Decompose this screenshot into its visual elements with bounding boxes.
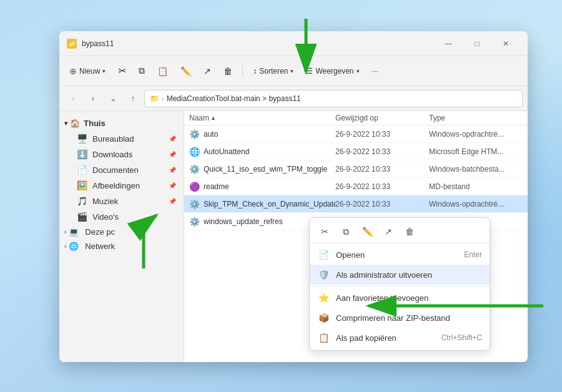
file-row-quick[interactable]: ⚙️ Quick_11_iso_esd_wim_TPM_toggle 26-9-…: [184, 160, 528, 178]
home-icon: 🏠: [70, 119, 80, 128]
netwerk-label: Netwerk: [85, 242, 115, 251]
maximize-button[interactable]: □: [463, 34, 491, 54]
file-type-autounattend: Microsoft Edge HTM...: [429, 147, 523, 156]
file-label-auto: auto: [204, 130, 218, 139]
openen-shortcut: Enter: [464, 250, 482, 259]
ctx-share-button[interactable]: ↗: [378, 223, 398, 240]
sidebar-item-afbeeldingen[interactable]: 🖼️ Afbeeldingen 📌: [62, 178, 181, 193]
view-icon: ☰: [306, 67, 313, 76]
file-icon-autounattend: 🌐: [189, 147, 200, 157]
context-item-pad[interactable]: 📋 Als pad kopiëren Ctrl+Shift+C: [310, 328, 490, 348]
new-button[interactable]: ⊕ Nieuw ▾: [64, 64, 111, 79]
new-chevron-icon: ▾: [102, 68, 106, 74]
file-label-quick: Quick_11_iso_esd_wim_TPM_toggle: [204, 165, 327, 174]
context-item-openen[interactable]: 📄 Openen Enter: [310, 245, 490, 265]
openen-label: Openen: [336, 250, 458, 260]
ctx-delete-button[interactable]: 🗑: [400, 223, 420, 240]
pin-icon-documenten: 📌: [169, 167, 176, 174]
toolbar: ⊕ Nieuw ▾ ✂ ⧉ 📋 ✏️ ↗ 🗑 ↕ Sorteren ▾ ☰: [59, 56, 528, 86]
more-button[interactable]: ···: [367, 64, 383, 78]
sidebar-item-bureaublad[interactable]: 🖥️ Bureaublad 📌: [62, 131, 181, 146]
share-button[interactable]: ↗: [199, 64, 216, 79]
bureaublad-label: Bureaublad: [92, 134, 134, 144]
view-chevron-icon: ▾: [357, 68, 360, 74]
file-name-auto: ⚙️ auto: [189, 129, 335, 139]
videos-icon: 🎬: [77, 212, 87, 222]
admin-label: Als administrator uitvoeren: [336, 270, 476, 280]
copy-icon: ⧉: [139, 66, 145, 76]
muziek-label: Muziek: [92, 197, 118, 206]
file-date-skip: 26-9-2022 10:33: [335, 200, 429, 208]
file-label-skip: Skip_TPM_Check_on_Dynamic_Update: [204, 200, 335, 208]
explorer-window: 📁 bypass11 — □ ✕ ⊕ Nieuw ▾ ✂ ⧉ 📋 ✏️ ↗: [59, 31, 528, 362]
home-chevron-icon: ▾: [64, 120, 67, 127]
netwerk-chevron-icon: ›: [64, 243, 66, 250]
file-date-readme: 26-9-2022 10:33: [335, 182, 429, 191]
back-button[interactable]: ‹: [64, 90, 82, 107]
up-button[interactable]: ↑: [124, 90, 142, 107]
file-type-auto: Windows-opdrachtré...: [429, 130, 523, 139]
ctx-rename-button[interactable]: ✏️: [357, 223, 377, 240]
file-icon-skip: ⚙️: [189, 199, 200, 209]
sidebar: ▾ 🏠 Thuis 🖥️ Bureaublad 📌 ⬇️ Downloads 📌…: [59, 111, 184, 362]
address-path[interactable]: 📁 › MediaCreationTool.bat-main > bypass1…: [144, 90, 523, 107]
afbeeldingen-icon: 🖼️: [77, 180, 87, 190]
paste-button[interactable]: 📋: [152, 64, 173, 79]
file-label-autounattend: AutoUnattend: [204, 147, 249, 156]
file-label-readme: readme: [204, 182, 229, 191]
file-row-auto[interactable]: ⚙️ auto 26-9-2022 10:33 Windows-opdracht…: [184, 125, 528, 143]
file-date-quick: 26-9-2022 10:33: [335, 165, 429, 174]
col-type-label: Type: [429, 114, 445, 122]
sidebar-deze-pc[interactable]: › 💻 Deze pc: [59, 225, 184, 239]
minimize-button[interactable]: —: [434, 34, 463, 54]
share-icon: ↗: [204, 66, 211, 76]
col-type-header[interactable]: Type: [429, 114, 523, 122]
window-icon: 📁: [67, 39, 77, 49]
ctx-copy-button[interactable]: ⧉: [336, 223, 356, 240]
sidebar-item-videos[interactable]: 🎬 Video's: [62, 209, 181, 224]
dropdown-button[interactable]: ⌄: [104, 90, 122, 107]
new-label: Nieuw: [79, 67, 100, 76]
file-row-skip[interactable]: ⚙️ Skip_TPM_Check_on_Dynamic_Update 26-9…: [184, 195, 528, 213]
sort-button[interactable]: ↕ Sorteren ▾: [248, 64, 298, 78]
file-name-skip: ⚙️ Skip_TPM_Check_on_Dynamic_Update: [189, 199, 335, 209]
file-icon-auto: ⚙️: [189, 129, 200, 139]
context-item-favorieten[interactable]: ⭐ Aan favorieten toevoegen: [310, 288, 490, 308]
view-button[interactable]: ☰ Weergeven ▾: [301, 64, 364, 78]
rename-icon: ✏️: [180, 66, 191, 76]
folder-icon: 📁: [150, 94, 159, 103]
home-label: Thuis: [84, 119, 106, 128]
file-type-skip: Windows-opdrachtré...: [429, 200, 523, 208]
sidebar-item-documenten[interactable]: 📄 Documenten 📌: [62, 162, 181, 177]
file-row-readme[interactable]: 🟣 readme 26-9-2022 10:33 MD-bestand: [184, 178, 528, 195]
file-row-autounattend[interactable]: 🌐 AutoUnattend 26-9-2022 10:33 Microsoft…: [184, 143, 528, 160]
main-content: ▾ 🏠 Thuis 🖥️ Bureaublad 📌 ⬇️ Downloads 📌…: [59, 111, 528, 362]
delete-button[interactable]: 🗑: [219, 64, 237, 79]
cut-button[interactable]: ✂: [113, 62, 131, 79]
close-button[interactable]: ✕: [491, 34, 520, 54]
sidebar-netwerk[interactable]: › 🌐 Netwerk: [59, 239, 184, 253]
sidebar-item-downloads[interactable]: ⬇️ Downloads 📌: [62, 147, 181, 162]
toolbar-separator-1: [242, 65, 243, 77]
sort-chevron-icon: ▾: [290, 68, 293, 74]
context-menu: ✂ ⧉ ✏️ ↗ 🗑 📄 Openen Enter 🛡️ Als adminis…: [309, 217, 490, 351]
forward-button[interactable]: ›: [84, 90, 102, 107]
ctx-cut-button[interactable]: ✂: [315, 223, 335, 240]
sidebar-home-header[interactable]: ▾ 🏠 Thuis: [59, 116, 184, 130]
view-label: Weergeven: [315, 67, 353, 76]
col-date-label: Gewijzigd op: [335, 114, 378, 122]
openen-icon: 📄: [317, 248, 330, 261]
deze-pc-chevron-icon: ›: [64, 228, 66, 235]
context-item-compress[interactable]: 📦 Comprimeren naar ZIP-bestand: [310, 308, 490, 328]
col-date-header[interactable]: Gewijzigd op: [335, 114, 429, 122]
context-item-admin[interactable]: 🛡️ Als administrator uitvoeren: [310, 265, 490, 285]
rename-button[interactable]: ✏️: [175, 64, 196, 79]
col-name-header[interactable]: Naam ▲: [189, 114, 335, 122]
sidebar-item-muziek[interactable]: 🎵 Muziek 📌: [62, 194, 181, 208]
sort-label: Sorteren: [259, 67, 288, 76]
muziek-icon: 🎵: [77, 196, 87, 206]
deze-pc-label: Deze pc: [85, 227, 115, 237]
file-list: Naam ▲ Gewijzigd op Type ⚙️ auto 26-9-20…: [184, 111, 528, 362]
file-icon-windows-update: ⚙️: [189, 217, 200, 227]
copy-button[interactable]: ⧉: [134, 63, 150, 79]
